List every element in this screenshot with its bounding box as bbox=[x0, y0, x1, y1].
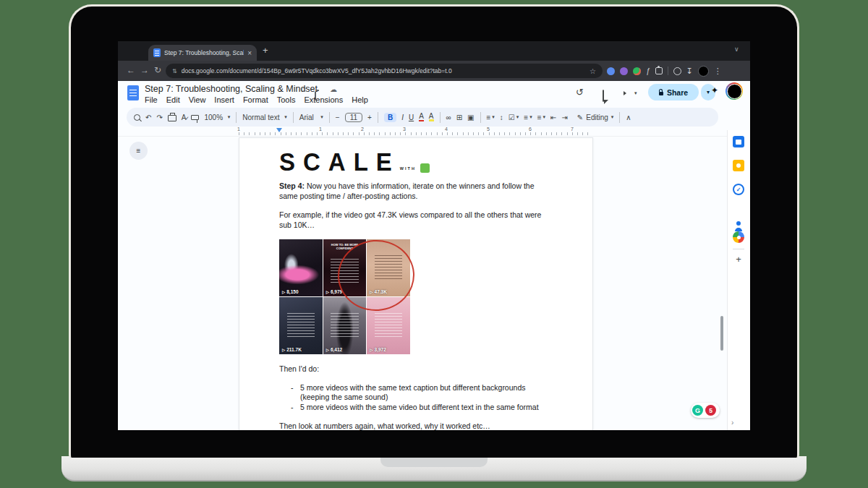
redo-icon[interactable]: ↷ bbox=[156, 114, 162, 121]
menu-view[interactable]: View bbox=[189, 95, 206, 104]
extension-blue-icon[interactable] bbox=[607, 67, 615, 75]
bold-button[interactable]: B bbox=[384, 113, 396, 122]
font-size-field[interactable]: 11 bbox=[345, 113, 362, 122]
tab-title: Step 7: Troubleshooting, Scal bbox=[164, 49, 244, 56]
google-docs-icon[interactable] bbox=[127, 85, 139, 100]
ruler-number: 4 bbox=[445, 127, 448, 132]
ruler-ticks bbox=[239, 132, 593, 135]
forward-icon[interactable]: → bbox=[140, 65, 149, 75]
editing-mode-select[interactable]: ✎ Editing ▾ bbox=[577, 114, 613, 121]
share-button[interactable]: Share bbox=[648, 84, 699, 100]
gemini-sparkle-icon[interactable]: ✦ bbox=[711, 85, 718, 95]
play-icon: ▷ bbox=[326, 290, 329, 294]
logo-wordmark: SCALE bbox=[279, 148, 400, 175]
align-icon[interactable]: ≡▾ bbox=[487, 114, 495, 121]
menu-file[interactable]: File bbox=[145, 95, 158, 104]
menu-help[interactable]: Help bbox=[352, 95, 368, 104]
numbered-list-icon[interactable]: ≡▾ bbox=[537, 114, 545, 121]
menu-tools[interactable]: Tools bbox=[277, 95, 296, 104]
line-spacing-icon[interactable]: ↕ bbox=[500, 114, 503, 121]
menu-format[interactable]: Format bbox=[243, 95, 268, 104]
document-page[interactable]: SCALE WITH Step 4: Now you have this inf… bbox=[239, 137, 593, 430]
tasks-icon[interactable]: ✓ bbox=[733, 184, 744, 195]
menu-insert[interactable]: Insert bbox=[214, 95, 234, 104]
logo-with-text: WITH bbox=[400, 166, 416, 171]
add-addon-button[interactable]: + bbox=[733, 254, 744, 265]
bookmark-icon[interactable]: ☆ bbox=[590, 67, 596, 75]
new-tab-button[interactable]: + bbox=[263, 45, 268, 56]
maps-icon[interactable] bbox=[733, 231, 744, 243]
italic-button[interactable]: I bbox=[401, 114, 404, 121]
meet-caret-icon[interactable]: ▾ bbox=[634, 90, 637, 96]
zoom-select[interactable]: 100% ▾ bbox=[204, 114, 230, 121]
bulleted-list-icon[interactable]: ≡▾ bbox=[524, 114, 532, 121]
insert-link-icon[interactable]: ∞ bbox=[446, 114, 451, 121]
insert-image-icon[interactable]: ▣ bbox=[467, 114, 474, 121]
version-history-icon[interactable]: ↺ bbox=[576, 87, 584, 98]
site-settings-icon[interactable]: ⇅ bbox=[172, 68, 177, 74]
decrease-indent-icon[interactable]: ⇤ bbox=[550, 114, 556, 121]
tab-search-icon[interactable]: ∨ bbox=[734, 46, 739, 53]
screen: Step 7: Troubleshooting, Scal × + ∨ ← → … bbox=[118, 41, 750, 430]
play-icon: ▷ bbox=[282, 290, 285, 294]
underline-button[interactable]: U bbox=[409, 114, 414, 121]
extension-fn-icon[interactable]: ƒ bbox=[646, 67, 650, 75]
play-icon: ▷ bbox=[370, 348, 373, 352]
document-title[interactable]: Step 7: Troubleshooting, Scaling & Minds… bbox=[145, 84, 318, 94]
close-tab-icon[interactable]: × bbox=[247, 49, 252, 57]
document-tabs-button[interactable]: ≡ bbox=[129, 142, 148, 160]
font-size-decrease[interactable]: − bbox=[336, 114, 340, 121]
undo-icon[interactable]: ↶ bbox=[145, 114, 151, 121]
chevron-right-icon[interactable]: › bbox=[731, 419, 733, 427]
star-document-icon[interactable]: ☆ bbox=[300, 85, 307, 93]
address-bar[interactable]: ⇅ docs.google.com/document/d/154Bp_6w9r5… bbox=[166, 64, 603, 78]
docs-toolbar: ↶ ↷ A✓ 100% ▾ Normal text ▾ Arial ▾ − 11… bbox=[127, 108, 718, 127]
grammarly-widget[interactable]: G 5 bbox=[691, 403, 720, 418]
keep-icon[interactable] bbox=[733, 160, 744, 171]
comments-icon[interactable] bbox=[603, 90, 604, 102]
suggestions-badge: 5 bbox=[705, 405, 716, 416]
ruler-number: 6 bbox=[529, 127, 532, 132]
back-icon[interactable]: ← bbox=[127, 65, 135, 75]
spellcheck-icon[interactable]: A✓ bbox=[182, 114, 187, 121]
extensions-puzzle-icon[interactable] bbox=[655, 67, 663, 74]
browser-menu-icon[interactable]: ⋮ bbox=[714, 67, 722, 76]
downloads-icon[interactable]: ↧ bbox=[686, 67, 693, 76]
checklist-icon[interactable]: ☑▾ bbox=[509, 114, 519, 121]
highlight-color-button[interactable]: A bbox=[429, 113, 434, 121]
indent-marker[interactable] bbox=[276, 128, 282, 132]
ruler-number: 1 bbox=[237, 127, 240, 132]
font-select[interactable]: Arial ▾ bbox=[299, 114, 323, 121]
browser-tab-strip: Step 7: Troubleshooting, Scal × + ∨ bbox=[118, 41, 750, 61]
side-panel-divider bbox=[733, 249, 744, 249]
extension-ring-icon[interactable] bbox=[673, 67, 681, 75]
calendar-icon[interactable] bbox=[733, 136, 744, 147]
pencil-icon: ✎ bbox=[577, 114, 583, 121]
menu-edit[interactable]: Edit bbox=[166, 95, 180, 104]
text-color-button[interactable]: A bbox=[419, 113, 424, 121]
menu-extensions[interactable]: Extensions bbox=[304, 95, 343, 104]
hide-menus-icon[interactable]: ∧ bbox=[626, 114, 631, 121]
ruler-number: 1 bbox=[319, 127, 322, 132]
paint-format-icon[interactable] bbox=[191, 115, 199, 120]
contacts-icon[interactable] bbox=[733, 221, 744, 232]
font-size-increase[interactable]: + bbox=[367, 114, 372, 121]
increase-indent-icon[interactable]: ⇥ bbox=[561, 114, 567, 121]
scrollbar-thumb[interactable] bbox=[720, 316, 723, 351]
extension-purple-icon[interactable] bbox=[620, 67, 628, 75]
paragraph-step4: Step 4: Now you have this information, i… bbox=[279, 181, 550, 201]
print-icon[interactable] bbox=[168, 115, 176, 121]
search-menus-icon[interactable] bbox=[134, 114, 140, 121]
reload-icon[interactable]: ↻ bbox=[154, 65, 161, 75]
paragraph-style-select[interactable]: Normal text ▾ bbox=[242, 114, 286, 121]
laptop-screen-bezel: Step 7: Troubleshooting, Scal × + ∨ ← → … bbox=[69, 4, 799, 458]
add-comment-icon[interactable]: ⊞ bbox=[456, 114, 462, 121]
lock-icon bbox=[659, 92, 663, 95]
extension-green-icon[interactable] bbox=[633, 67, 641, 75]
browser-tab[interactable]: Step 7: Troubleshooting, Scal × bbox=[148, 45, 257, 61]
browser-profile-avatar[interactable] bbox=[698, 66, 709, 77]
account-avatar[interactable] bbox=[726, 82, 743, 100]
cloud-saved-icon: ☁ bbox=[330, 85, 337, 93]
side-panel bbox=[727, 130, 750, 430]
url-text[interactable]: docs.google.com/document/d/154Bp_6w9r5TV… bbox=[182, 67, 585, 74]
